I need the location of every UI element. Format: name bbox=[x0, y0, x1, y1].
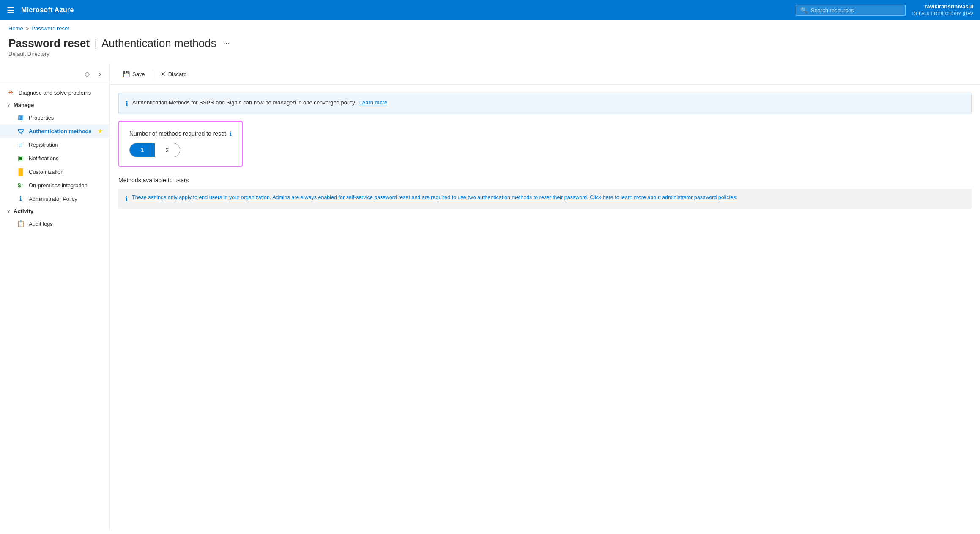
more-options-icon[interactable]: ··· bbox=[222, 37, 231, 49]
sidebar-item-label: On-premises integration bbox=[29, 182, 88, 189]
sidebar-item-properties[interactable]: ▦ Properties bbox=[0, 111, 109, 124]
discard-label: Discard bbox=[168, 71, 187, 77]
manage-label: Manage bbox=[14, 102, 34, 108]
sidebar-item-label: Diagnose and solve problems bbox=[19, 90, 91, 96]
sidebar-item-registration[interactable]: ≡ Registration bbox=[0, 138, 109, 151]
sidebar-item-customization[interactable]: ▐▌ Customization bbox=[0, 165, 109, 178]
discard-button[interactable]: ✕ Discard bbox=[156, 68, 191, 80]
page-header: Password reset | Authentication methods … bbox=[0, 33, 980, 64]
sidebar-item-audit-logs[interactable]: 📋 Audit logs bbox=[0, 217, 109, 230]
save-label: Save bbox=[132, 71, 145, 77]
sidebar-item-label: Authentication methods bbox=[29, 128, 92, 134]
manage-chevron-icon: ∨ bbox=[7, 102, 10, 108]
topbar: ☰ Microsoft Azure 🔍 ravikiransrinivasul … bbox=[0, 0, 980, 20]
page-subtitle: Default Directory bbox=[8, 51, 972, 57]
admin-policy-icon: ℹ bbox=[17, 195, 25, 203]
user-info: ravikiransrinivasul DEFAULT DIRECTORY (R… bbox=[912, 3, 973, 16]
sidebar-collapse-double-btn[interactable]: « bbox=[96, 69, 104, 79]
methods-info-icon[interactable]: ℹ bbox=[230, 131, 232, 137]
user-directory: DEFAULT DIRECTORY (RAV bbox=[912, 11, 973, 16]
methods-available-title: Methods available to users bbox=[110, 175, 980, 189]
methods-required-box: Number of methods required to reset ℹ 1 … bbox=[118, 121, 243, 167]
sidebar-item-diagnose[interactable]: ✳ Diagnose and solve problems bbox=[0, 86, 109, 99]
methods-info-banner-icon: ℹ bbox=[125, 195, 128, 203]
page-title: Password reset | Authentication methods bbox=[8, 37, 216, 50]
content-layout: ◇ « ✳ Diagnose and solve problems ∨ Mana… bbox=[0, 64, 980, 530]
info-banner-icon: ℹ bbox=[126, 100, 128, 108]
save-icon: 💾 bbox=[123, 71, 130, 77]
activity-label: Activity bbox=[14, 208, 33, 214]
page-wrapper: Home > Password reset Password reset | A… bbox=[0, 20, 980, 534]
registration-icon: ≡ bbox=[17, 141, 25, 148]
username: ravikiransrinivasul bbox=[912, 3, 973, 11]
customization-icon: ▐▌ bbox=[17, 168, 25, 175]
methods-toggle[interactable]: 1 2 bbox=[129, 143, 180, 157]
learn-more-link[interactable]: Learn more bbox=[359, 99, 387, 106]
sidebar-item-label: Audit logs bbox=[29, 221, 53, 227]
search-bar[interactable]: 🔍 bbox=[796, 5, 906, 16]
sidebar-item-label: Customization bbox=[29, 169, 63, 175]
info-banner: ℹ Authentication Methods for SSPR and Si… bbox=[118, 93, 972, 114]
sidebar-section-manage[interactable]: ∨ Manage bbox=[0, 99, 109, 111]
app-logo: Microsoft Azure bbox=[21, 6, 74, 14]
menu-icon[interactable]: ☰ bbox=[7, 5, 14, 15]
sidebar-item-notifications[interactable]: ▣ Notifications bbox=[0, 151, 109, 165]
breadcrumb: Home > Password reset bbox=[0, 20, 980, 33]
main-content: 💾 Save ✕ Discard ℹ Authentication Method… bbox=[110, 64, 980, 530]
notifications-icon: ▣ bbox=[17, 154, 25, 162]
methods-label: Number of methods required to reset ℹ bbox=[129, 130, 232, 137]
sidebar-item-admin-policy[interactable]: ℹ Administrator Policy bbox=[0, 192, 109, 205]
audit-logs-icon: 📋 bbox=[17, 220, 25, 227]
star-icon[interactable]: ★ bbox=[98, 128, 103, 134]
sidebar-item-label: Properties bbox=[29, 115, 54, 121]
sidebar-section-activity[interactable]: ∨ Activity bbox=[0, 205, 109, 217]
info-banner-text: Authentication Methods for SSPR and Sign… bbox=[132, 99, 387, 106]
content-toolbar: 💾 Save ✕ Discard bbox=[110, 64, 980, 85]
methods-info-banner: ℹ These settings only apply to end users… bbox=[118, 189, 972, 209]
diagnose-icon: ✳ bbox=[7, 89, 14, 96]
on-premises-icon: $↑ bbox=[17, 181, 25, 189]
breadcrumb-separator: > bbox=[26, 25, 29, 32]
sidebar: ◇ « ✳ Diagnose and solve problems ∨ Mana… bbox=[0, 64, 110, 530]
sidebar-item-auth-methods[interactable]: 🛡 Authentication methods ★ bbox=[0, 124, 109, 138]
breadcrumb-current: Password reset bbox=[31, 25, 69, 32]
breadcrumb-home[interactable]: Home bbox=[8, 25, 23, 32]
sidebar-item-label: Administrator Policy bbox=[29, 196, 77, 202]
sidebar-toolbar: ◇ « bbox=[0, 67, 109, 82]
sidebar-item-label: Registration bbox=[29, 142, 58, 148]
properties-icon: ▦ bbox=[17, 114, 25, 121]
save-button[interactable]: 💾 Save bbox=[118, 68, 149, 80]
search-icon: 🔍 bbox=[800, 7, 808, 14]
methods-toggle-option-1[interactable]: 1 bbox=[130, 143, 155, 157]
discard-icon: ✕ bbox=[161, 71, 166, 77]
auth-methods-icon: 🛡 bbox=[17, 127, 25, 135]
methods-info-link[interactable]: These settings only apply to end users i… bbox=[132, 194, 737, 200]
sidebar-collapse-btn[interactable]: ◇ bbox=[82, 69, 92, 79]
search-input[interactable] bbox=[811, 7, 901, 14]
toolbar-separator bbox=[153, 70, 153, 78]
activity-chevron-icon: ∨ bbox=[7, 208, 10, 214]
sidebar-item-label: Notifications bbox=[29, 155, 59, 162]
methods-toggle-option-2[interactable]: 2 bbox=[155, 143, 180, 157]
sidebar-item-on-premises[interactable]: $↑ On-premises integration bbox=[0, 178, 109, 192]
